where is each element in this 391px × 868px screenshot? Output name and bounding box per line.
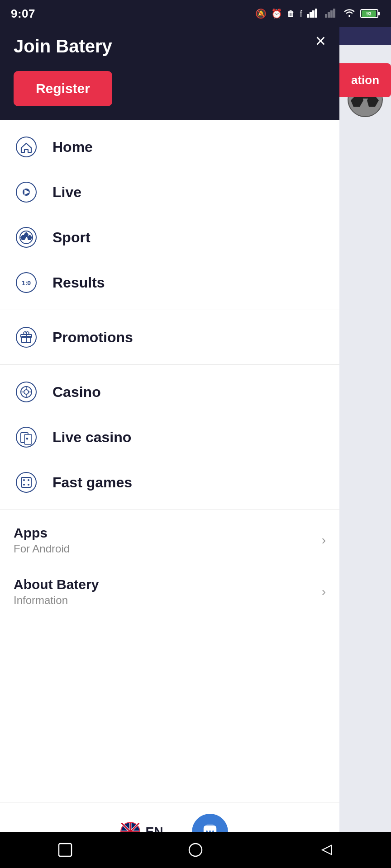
apps-title: Apps <box>14 525 70 541</box>
promotions-icon <box>14 325 39 350</box>
android-nav-bar <box>0 832 391 868</box>
registration-button-partial[interactable]: ation <box>339 63 391 97</box>
svg-point-46 <box>23 484 25 486</box>
svg-text:93: 93 <box>366 11 372 16</box>
notification-mute-icon: 🔕 <box>255 8 267 19</box>
casino-icon <box>14 379 39 405</box>
svg-rect-0 <box>307 14 309 18</box>
apps-chevron-icon: › <box>322 533 326 547</box>
status-bar: 9:07 🔕 ⏰ 🗑 f 93 <box>0 0 391 27</box>
svg-point-42 <box>16 472 36 492</box>
sport-label: Sport <box>52 229 91 246</box>
svg-text:♥: ♥ <box>26 436 29 441</box>
wifi-icon <box>343 8 356 20</box>
home-icon <box>14 134 39 160</box>
sport-icon <box>14 225 39 250</box>
svg-rect-61 <box>59 844 72 856</box>
apps-content: Apps For Android <box>14 525 70 555</box>
menu-item-live[interactable]: Live <box>0 170 339 215</box>
about-subtitle: Information <box>14 594 99 607</box>
svg-point-62 <box>189 844 202 856</box>
about-chevron-icon: › <box>322 585 326 599</box>
svg-rect-3 <box>315 9 317 18</box>
svg-rect-7 <box>333 9 335 18</box>
info-item-apps[interactable]: Apps For Android › <box>0 514 339 566</box>
apps-subtitle: For Android <box>14 542 70 555</box>
fast-games-label: Fast games <box>52 474 132 491</box>
facebook-icon: f <box>300 9 302 19</box>
svg-text:1:0: 1:0 <box>22 279 31 287</box>
live-label: Live <box>52 184 81 201</box>
svg-point-47 <box>28 484 29 486</box>
menu-item-casino[interactable]: Casino <box>0 369 339 415</box>
live-casino-label: Live casino <box>52 429 131 446</box>
right-header-partial <box>339 27 391 45</box>
register-button[interactable]: Register <box>14 71 112 106</box>
svg-point-31 <box>16 382 36 402</box>
results-icon: 1:0 <box>14 270 39 295</box>
promotions-label: Promotions <box>52 329 133 346</box>
svg-point-45 <box>28 479 29 481</box>
drawer-header-left: Join Batery Register <box>14 27 112 106</box>
svg-point-44 <box>23 479 25 481</box>
svg-rect-2 <box>312 10 315 18</box>
menu-item-home[interactable]: Home <box>0 124 339 170</box>
nav-back-button[interactable] <box>318 842 334 858</box>
svg-marker-63 <box>322 845 331 854</box>
battery-icon: 93 <box>360 9 380 19</box>
signal-icon <box>307 8 320 20</box>
right-background <box>339 27 391 832</box>
info-section: Apps For Android › About Batery Informat… <box>0 510 339 622</box>
live-icon <box>14 179 39 205</box>
main-nav-section: Home Live <box>0 120 339 310</box>
nav-home-button[interactable] <box>187 842 204 858</box>
promotions-section: Promotions <box>0 310 339 365</box>
menu-item-promotions[interactable]: Promotions <box>0 315 339 360</box>
alarm-icon: ⏰ <box>271 8 282 19</box>
fast-games-icon <box>14 470 39 495</box>
svg-point-16 <box>16 137 36 157</box>
svg-marker-24 <box>20 235 26 240</box>
info-item-about[interactable]: About Batery Information › <box>0 566 339 618</box>
drawer-title: Join Batery <box>14 36 112 57</box>
casino-section: Casino ♥ Live casino <box>0 365 339 510</box>
menu-item-live-casino[interactable]: ♥ Live casino <box>0 415 339 460</box>
svg-rect-1 <box>310 12 312 18</box>
close-button[interactable]: × <box>315 32 326 50</box>
svg-rect-9 <box>378 12 380 15</box>
menu-item-sport[interactable]: Sport <box>0 215 339 260</box>
about-title: About Batery <box>14 577 99 592</box>
trash-icon: 🗑 <box>287 9 295 19</box>
live-casino-icon: ♥ <box>14 425 39 450</box>
status-icons: 🔕 ⏰ 🗑 f 93 <box>255 8 380 20</box>
home-label: Home <box>52 139 93 156</box>
svg-rect-5 <box>328 12 330 18</box>
svg-rect-4 <box>325 14 327 18</box>
nav-square-button[interactable] <box>57 842 73 858</box>
drawer-body: Home Live <box>0 120 339 802</box>
svg-rect-6 <box>330 10 333 18</box>
menu-item-fast-games[interactable]: Fast games <box>0 460 339 505</box>
results-label: Results <box>52 274 105 291</box>
casino-label: Casino <box>52 384 101 401</box>
about-content: About Batery Information <box>14 577 99 607</box>
time-display: 9:07 <box>11 7 35 21</box>
menu-item-results[interactable]: 1:0 Results <box>0 260 339 305</box>
svg-rect-43 <box>21 477 31 487</box>
navigation-drawer: Join Batery Register × Home <box>0 0 339 868</box>
svg-point-33 <box>24 390 29 394</box>
signal2-icon <box>325 8 339 20</box>
